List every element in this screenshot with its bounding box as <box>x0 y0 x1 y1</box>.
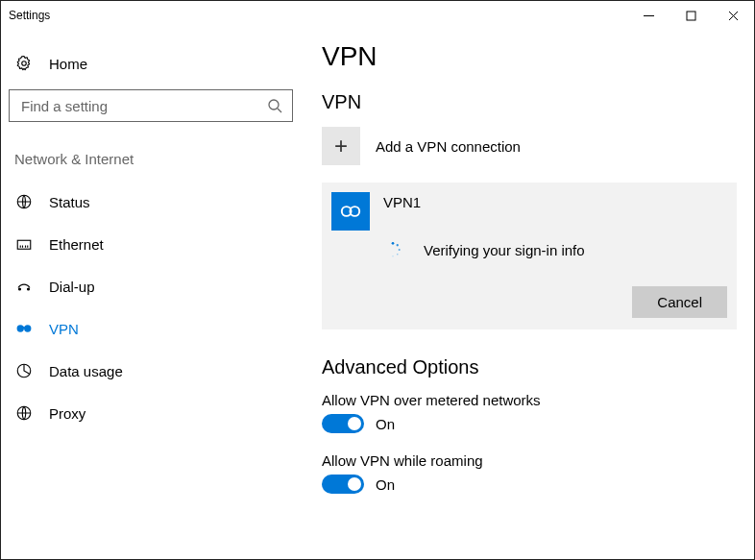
option-label-metered: Allow VPN over metered networks <box>322 392 741 408</box>
search-box[interactable] <box>9 89 293 122</box>
svg-line-6 <box>278 109 281 112</box>
vpn-name: VPN1 <box>383 192 421 210</box>
option-label-roaming: Allow VPN while roaming <box>322 452 741 469</box>
window-title: Settings <box>9 9 50 22</box>
maximize-icon <box>686 11 696 21</box>
minimize-icon <box>644 11 654 21</box>
sidebar-item-status[interactable]: Status <box>9 181 293 223</box>
svg-point-23 <box>399 249 401 251</box>
add-vpn-row[interactable]: + Add a VPN connection <box>322 127 741 165</box>
minimize-button[interactable] <box>627 1 670 30</box>
svg-point-16 <box>25 326 31 331</box>
vpn-actions: Cancel <box>331 286 727 318</box>
status-icon <box>14 193 34 210</box>
sidebar-item-label: Dial-up <box>49 279 95 295</box>
cancel-button[interactable]: Cancel <box>632 286 727 318</box>
vpn-icon <box>14 320 34 337</box>
sidebar-item-dialup[interactable]: Dial-up <box>9 265 293 307</box>
svg-rect-8 <box>17 240 31 249</box>
close-button[interactable] <box>712 1 754 30</box>
toggle-row-roaming: On <box>322 475 741 494</box>
svg-point-5 <box>269 100 279 110</box>
sidebar-item-label: Ethernet <box>49 236 104 253</box>
maximize-button[interactable] <box>670 1 712 30</box>
sidebar-item-ethernet[interactable]: Ethernet <box>9 223 293 265</box>
vpn-status: Verifying your sign-in info <box>424 242 585 258</box>
toggle-roaming[interactable] <box>322 475 364 494</box>
sidebar-item-datausage[interactable]: Data usage <box>9 350 293 392</box>
svg-rect-1 <box>687 12 695 20</box>
search-icon <box>267 98 282 113</box>
window-controls <box>627 1 754 30</box>
svg-point-22 <box>397 244 399 246</box>
sidebar-item-label: Data usage <box>49 363 123 379</box>
section-header: Network & Internet <box>9 145 293 181</box>
main-content: VPN VPN + Add a VPN connection VPN1 <box>301 30 754 559</box>
gear-icon <box>14 55 34 72</box>
svg-point-15 <box>17 326 23 331</box>
sidebar-home[interactable]: Home <box>9 45 293 89</box>
sidebar: Home Network & Internet Status Ethernet <box>1 30 301 559</box>
toggle-metered[interactable] <box>322 414 364 433</box>
svg-point-13 <box>19 288 21 290</box>
toggle-state-roaming: On <box>376 476 395 493</box>
titlebar: Settings <box>1 1 754 30</box>
home-label: Home <box>49 56 87 72</box>
search-input[interactable] <box>19 97 267 115</box>
proxy-icon <box>14 404 34 422</box>
svg-point-21 <box>392 242 395 245</box>
sidebar-item-label: Status <box>49 194 90 210</box>
vpn-status-row: Verifying your sign-in info <box>331 240 727 259</box>
sidebar-item-label: Proxy <box>49 405 85 422</box>
svg-point-4 <box>22 61 27 66</box>
app-body: Home Network & Internet Status Ethernet <box>1 30 754 559</box>
section-title: VPN <box>322 91 741 113</box>
svg-point-14 <box>28 288 30 290</box>
spinner-icon <box>383 240 402 259</box>
sidebar-item-vpn[interactable]: VPN <box>9 307 293 350</box>
dialup-icon <box>14 278 34 295</box>
toggle-row-metered: On <box>322 414 741 433</box>
sidebar-item-proxy[interactable]: Proxy <box>9 392 293 434</box>
advanced-title: Advanced Options <box>322 356 741 378</box>
close-icon <box>728 11 739 21</box>
plus-icon: + <box>322 127 360 165</box>
datausage-icon <box>14 362 34 379</box>
vpn-header: VPN1 <box>331 192 727 231</box>
vpn-tile-icon <box>331 192 370 231</box>
vpn-connection-card[interactable]: VPN1 Verifying your sign-in info Cancel <box>322 183 737 329</box>
add-vpn-label: Add a VPN connection <box>376 138 521 155</box>
ethernet-icon <box>14 235 34 253</box>
svg-point-25 <box>392 256 394 257</box>
sidebar-item-label: VPN <box>49 321 79 337</box>
svg-point-24 <box>397 254 399 256</box>
page-title: VPN <box>322 41 741 72</box>
toggle-state-metered: On <box>376 416 395 432</box>
